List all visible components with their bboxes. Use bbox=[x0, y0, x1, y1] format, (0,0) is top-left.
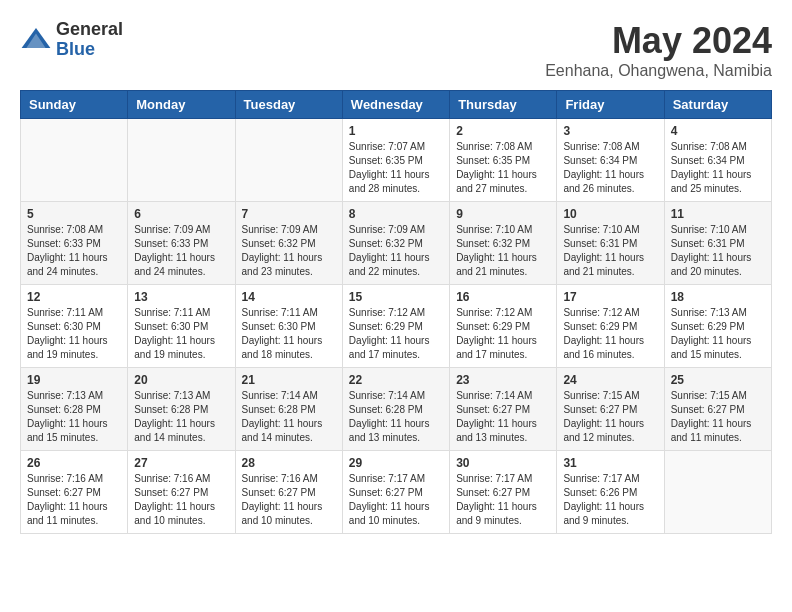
calendar-cell: 14Sunrise: 7:11 AM Sunset: 6:30 PM Dayli… bbox=[235, 285, 342, 368]
day-info: Sunrise: 7:08 AM Sunset: 6:34 PM Dayligh… bbox=[563, 140, 657, 196]
day-number: 28 bbox=[242, 456, 336, 470]
day-number: 4 bbox=[671, 124, 765, 138]
day-info: Sunrise: 7:16 AM Sunset: 6:27 PM Dayligh… bbox=[27, 472, 121, 528]
calendar-cell bbox=[235, 119, 342, 202]
day-number: 8 bbox=[349, 207, 443, 221]
day-info: Sunrise: 7:10 AM Sunset: 6:32 PM Dayligh… bbox=[456, 223, 550, 279]
day-info: Sunrise: 7:13 AM Sunset: 6:28 PM Dayligh… bbox=[27, 389, 121, 445]
calendar-cell: 24Sunrise: 7:15 AM Sunset: 6:27 PM Dayli… bbox=[557, 368, 664, 451]
calendar-cell: 10Sunrise: 7:10 AM Sunset: 6:31 PM Dayli… bbox=[557, 202, 664, 285]
day-info: Sunrise: 7:09 AM Sunset: 6:32 PM Dayligh… bbox=[242, 223, 336, 279]
day-info: Sunrise: 7:17 AM Sunset: 6:27 PM Dayligh… bbox=[349, 472, 443, 528]
day-number: 13 bbox=[134, 290, 228, 304]
day-number: 19 bbox=[27, 373, 121, 387]
calendar-cell bbox=[21, 119, 128, 202]
weekday-header-tuesday: Tuesday bbox=[235, 91, 342, 119]
weekday-header-thursday: Thursday bbox=[450, 91, 557, 119]
day-info: Sunrise: 7:10 AM Sunset: 6:31 PM Dayligh… bbox=[563, 223, 657, 279]
calendar-cell: 1Sunrise: 7:07 AM Sunset: 6:35 PM Daylig… bbox=[342, 119, 449, 202]
day-info: Sunrise: 7:07 AM Sunset: 6:35 PM Dayligh… bbox=[349, 140, 443, 196]
day-number: 16 bbox=[456, 290, 550, 304]
day-number: 21 bbox=[242, 373, 336, 387]
calendar-cell: 23Sunrise: 7:14 AM Sunset: 6:27 PM Dayli… bbox=[450, 368, 557, 451]
calendar-cell: 7Sunrise: 7:09 AM Sunset: 6:32 PM Daylig… bbox=[235, 202, 342, 285]
calendar-cell bbox=[128, 119, 235, 202]
title-block: May 2024 Eenhana, Ohangwena, Namibia bbox=[545, 20, 772, 80]
calendar-week-5: 26Sunrise: 7:16 AM Sunset: 6:27 PM Dayli… bbox=[21, 451, 772, 534]
calendar-cell: 18Sunrise: 7:13 AM Sunset: 6:29 PM Dayli… bbox=[664, 285, 771, 368]
day-number: 10 bbox=[563, 207, 657, 221]
day-number: 3 bbox=[563, 124, 657, 138]
logo-blue-text: Blue bbox=[56, 40, 123, 60]
weekday-header-monday: Monday bbox=[128, 91, 235, 119]
day-number: 14 bbox=[242, 290, 336, 304]
calendar-cell: 22Sunrise: 7:14 AM Sunset: 6:28 PM Dayli… bbox=[342, 368, 449, 451]
day-info: Sunrise: 7:16 AM Sunset: 6:27 PM Dayligh… bbox=[242, 472, 336, 528]
weekday-header-row: SundayMondayTuesdayWednesdayThursdayFrid… bbox=[21, 91, 772, 119]
calendar-cell: 28Sunrise: 7:16 AM Sunset: 6:27 PM Dayli… bbox=[235, 451, 342, 534]
day-number: 27 bbox=[134, 456, 228, 470]
calendar-cell: 5Sunrise: 7:08 AM Sunset: 6:33 PM Daylig… bbox=[21, 202, 128, 285]
weekday-header-wednesday: Wednesday bbox=[342, 91, 449, 119]
calendar-cell: 19Sunrise: 7:13 AM Sunset: 6:28 PM Dayli… bbox=[21, 368, 128, 451]
calendar-cell: 9Sunrise: 7:10 AM Sunset: 6:32 PM Daylig… bbox=[450, 202, 557, 285]
day-number: 30 bbox=[456, 456, 550, 470]
calendar-cell: 20Sunrise: 7:13 AM Sunset: 6:28 PM Dayli… bbox=[128, 368, 235, 451]
calendar-week-2: 5Sunrise: 7:08 AM Sunset: 6:33 PM Daylig… bbox=[21, 202, 772, 285]
calendar-week-3: 12Sunrise: 7:11 AM Sunset: 6:30 PM Dayli… bbox=[21, 285, 772, 368]
day-info: Sunrise: 7:11 AM Sunset: 6:30 PM Dayligh… bbox=[242, 306, 336, 362]
day-info: Sunrise: 7:12 AM Sunset: 6:29 PM Dayligh… bbox=[349, 306, 443, 362]
calendar-header: SundayMondayTuesdayWednesdayThursdayFrid… bbox=[21, 91, 772, 119]
calendar-cell: 13Sunrise: 7:11 AM Sunset: 6:30 PM Dayli… bbox=[128, 285, 235, 368]
calendar-cell: 12Sunrise: 7:11 AM Sunset: 6:30 PM Dayli… bbox=[21, 285, 128, 368]
day-info: Sunrise: 7:12 AM Sunset: 6:29 PM Dayligh… bbox=[456, 306, 550, 362]
calendar-cell: 4Sunrise: 7:08 AM Sunset: 6:34 PM Daylig… bbox=[664, 119, 771, 202]
calendar-cell: 27Sunrise: 7:16 AM Sunset: 6:27 PM Dayli… bbox=[128, 451, 235, 534]
calendar-cell: 21Sunrise: 7:14 AM Sunset: 6:28 PM Dayli… bbox=[235, 368, 342, 451]
day-number: 26 bbox=[27, 456, 121, 470]
day-info: Sunrise: 7:17 AM Sunset: 6:27 PM Dayligh… bbox=[456, 472, 550, 528]
day-number: 17 bbox=[563, 290, 657, 304]
weekday-header-sunday: Sunday bbox=[21, 91, 128, 119]
logo-general-text: General bbox=[56, 20, 123, 40]
calendar-cell: 29Sunrise: 7:17 AM Sunset: 6:27 PM Dayli… bbox=[342, 451, 449, 534]
day-info: Sunrise: 7:09 AM Sunset: 6:33 PM Dayligh… bbox=[134, 223, 228, 279]
day-info: Sunrise: 7:13 AM Sunset: 6:28 PM Dayligh… bbox=[134, 389, 228, 445]
day-number: 22 bbox=[349, 373, 443, 387]
calendar-cell: 15Sunrise: 7:12 AM Sunset: 6:29 PM Dayli… bbox=[342, 285, 449, 368]
day-number: 1 bbox=[349, 124, 443, 138]
calendar-cell: 31Sunrise: 7:17 AM Sunset: 6:26 PM Dayli… bbox=[557, 451, 664, 534]
day-info: Sunrise: 7:08 AM Sunset: 6:35 PM Dayligh… bbox=[456, 140, 550, 196]
page-header: General Blue May 2024 Eenhana, Ohangwena… bbox=[20, 20, 772, 80]
day-info: Sunrise: 7:14 AM Sunset: 6:28 PM Dayligh… bbox=[242, 389, 336, 445]
day-number: 23 bbox=[456, 373, 550, 387]
day-info: Sunrise: 7:11 AM Sunset: 6:30 PM Dayligh… bbox=[27, 306, 121, 362]
day-number: 12 bbox=[27, 290, 121, 304]
day-info: Sunrise: 7:13 AM Sunset: 6:29 PM Dayligh… bbox=[671, 306, 765, 362]
logo: General Blue bbox=[20, 20, 123, 60]
day-number: 25 bbox=[671, 373, 765, 387]
day-number: 20 bbox=[134, 373, 228, 387]
day-number: 2 bbox=[456, 124, 550, 138]
day-info: Sunrise: 7:10 AM Sunset: 6:31 PM Dayligh… bbox=[671, 223, 765, 279]
logo-icon bbox=[20, 24, 52, 56]
location-subtitle: Eenhana, Ohangwena, Namibia bbox=[545, 62, 772, 80]
day-number: 15 bbox=[349, 290, 443, 304]
day-info: Sunrise: 7:08 AM Sunset: 6:34 PM Dayligh… bbox=[671, 140, 765, 196]
day-info: Sunrise: 7:15 AM Sunset: 6:27 PM Dayligh… bbox=[671, 389, 765, 445]
calendar-cell: 8Sunrise: 7:09 AM Sunset: 6:32 PM Daylig… bbox=[342, 202, 449, 285]
calendar-week-4: 19Sunrise: 7:13 AM Sunset: 6:28 PM Dayli… bbox=[21, 368, 772, 451]
day-info: Sunrise: 7:14 AM Sunset: 6:28 PM Dayligh… bbox=[349, 389, 443, 445]
day-number: 9 bbox=[456, 207, 550, 221]
calendar-table: SundayMondayTuesdayWednesdayThursdayFrid… bbox=[20, 90, 772, 534]
day-info: Sunrise: 7:17 AM Sunset: 6:26 PM Dayligh… bbox=[563, 472, 657, 528]
calendar-cell: 26Sunrise: 7:16 AM Sunset: 6:27 PM Dayli… bbox=[21, 451, 128, 534]
weekday-header-saturday: Saturday bbox=[664, 91, 771, 119]
month-title: May 2024 bbox=[545, 20, 772, 62]
day-info: Sunrise: 7:15 AM Sunset: 6:27 PM Dayligh… bbox=[563, 389, 657, 445]
day-info: Sunrise: 7:11 AM Sunset: 6:30 PM Dayligh… bbox=[134, 306, 228, 362]
day-info: Sunrise: 7:09 AM Sunset: 6:32 PM Dayligh… bbox=[349, 223, 443, 279]
calendar-cell: 16Sunrise: 7:12 AM Sunset: 6:29 PM Dayli… bbox=[450, 285, 557, 368]
day-info: Sunrise: 7:16 AM Sunset: 6:27 PM Dayligh… bbox=[134, 472, 228, 528]
calendar-body: 1Sunrise: 7:07 AM Sunset: 6:35 PM Daylig… bbox=[21, 119, 772, 534]
